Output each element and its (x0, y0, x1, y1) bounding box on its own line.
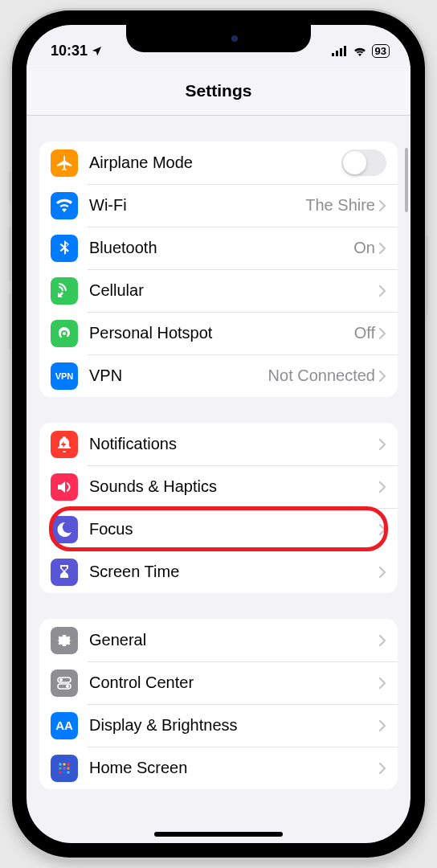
bluetooth-icon (51, 235, 78, 262)
svg-rect-1 (336, 51, 338, 56)
settings-row-wifi[interactable]: Wi-FiThe Shire (39, 184, 398, 227)
nav-header: Settings (27, 65, 410, 116)
row-label: Notifications (89, 435, 378, 453)
airplane-mode-toggle[interactable] (341, 149, 386, 176)
settings-row-sounds-haptics[interactable]: Sounds & Haptics (39, 465, 398, 508)
svg-rect-11 (59, 763, 62, 765)
page-title: Settings (27, 81, 410, 100)
svg-rect-14 (59, 767, 62, 769)
chevron-right-icon (378, 719, 386, 732)
row-label: Focus (89, 520, 378, 538)
chevron-right-icon (378, 762, 386, 775)
row-value: Not Connected (268, 366, 375, 385)
settings-row-screen-time[interactable]: Screen Time (39, 551, 398, 593)
display-icon: AA (51, 712, 78, 739)
row-value: On (353, 239, 375, 257)
row-value: Off (354, 324, 375, 342)
settings-group: GeneralControl CenterAADisplay & Brightn… (39, 619, 398, 789)
chevron-right-icon (378, 523, 386, 536)
svg-rect-0 (332, 53, 334, 56)
chevron-right-icon (378, 327, 386, 340)
settings-row-home-screen[interactable]: Home Screen (39, 747, 398, 789)
settings-row-notifications[interactable]: Notifications (39, 423, 398, 465)
svg-point-6 (59, 678, 63, 682)
location-icon (91, 45, 103, 57)
svg-rect-15 (63, 767, 66, 769)
cellular-icon (51, 277, 78, 305)
chevron-right-icon (378, 242, 386, 255)
svg-rect-18 (63, 771, 66, 773)
volume-down (9, 293, 12, 350)
chevron-right-icon (378, 566, 386, 579)
settings-row-display[interactable]: AADisplay & Brightness (39, 704, 398, 747)
svg-rect-13 (67, 763, 70, 765)
settings-row-bluetooth[interactable]: BluetoothOn (39, 227, 398, 269)
settings-row-control-center[interactable]: Control Center (39, 661, 398, 704)
general-icon (51, 627, 78, 654)
vpn-icon: VPN (51, 362, 78, 390)
mute-switch (9, 171, 12, 203)
scroll-indicator (405, 148, 408, 212)
screen: 10:31 93 Settings Airplane ModeWi-FiThe … (27, 25, 410, 843)
wifi-signal-icon (353, 46, 367, 56)
personal-hotspot-icon (51, 320, 78, 347)
power-button (425, 235, 428, 316)
row-label: VPN (89, 366, 268, 385)
cellular-signal-icon (332, 46, 348, 56)
settings-group: NotificationsSounds & HapticsFocusScreen… (39, 423, 398, 593)
notifications-icon (51, 431, 78, 458)
settings-row-cellular[interactable]: Cellular (39, 269, 398, 312)
focus-icon (51, 516, 78, 543)
row-label: Cellular (89, 281, 378, 300)
svg-text:VPN: VPN (55, 371, 74, 381)
row-label: Display & Brightness (89, 716, 378, 735)
svg-rect-17 (59, 771, 62, 773)
chevron-right-icon (378, 677, 386, 690)
row-label: Bluetooth (89, 239, 353, 257)
settings-row-vpn[interactable]: VPNVPNNot Connected (39, 354, 398, 397)
row-label: General (89, 631, 378, 649)
sounds-haptics-icon (51, 473, 78, 501)
svg-point-8 (66, 685, 69, 688)
svg-rect-16 (67, 767, 70, 769)
wifi-icon (51, 192, 78, 219)
svg-rect-3 (344, 46, 346, 56)
settings-list[interactable]: Airplane ModeWi-FiThe ShireBluetoothOnCe… (27, 116, 410, 843)
device-frame: 10:31 93 Settings Airplane ModeWi-FiThe … (12, 10, 425, 858)
settings-group: Airplane ModeWi-FiThe ShireBluetoothOnCe… (39, 141, 398, 397)
svg-rect-2 (340, 48, 342, 56)
notch (126, 25, 311, 52)
settings-row-airplane-mode[interactable]: Airplane Mode (39, 141, 398, 184)
airplane-mode-icon (51, 149, 78, 177)
home-screen-icon (51, 755, 78, 782)
row-label: Control Center (89, 674, 378, 692)
volume-up (9, 226, 12, 282)
row-label: Airplane Mode (89, 154, 341, 172)
battery-indicator: 93 (372, 44, 390, 58)
screen-time-icon (51, 559, 78, 586)
home-indicator[interactable] (154, 832, 283, 837)
control-center-icon (51, 669, 78, 697)
settings-row-general[interactable]: General (39, 619, 398, 661)
svg-text:AA: AA (55, 719, 73, 732)
svg-rect-19 (67, 771, 70, 773)
row-value: The Shire (305, 196, 375, 215)
chevron-right-icon (378, 199, 386, 212)
chevron-right-icon (378, 438, 386, 451)
row-label: Home Screen (89, 759, 378, 777)
chevron-right-icon (378, 634, 386, 647)
row-label: Wi-Fi (89, 196, 305, 215)
row-label: Screen Time (89, 563, 378, 581)
row-label: Sounds & Haptics (89, 477, 378, 496)
chevron-right-icon (378, 481, 386, 493)
chevron-right-icon (378, 370, 386, 383)
row-label: Personal Hotspot (89, 324, 354, 342)
chevron-right-icon (378, 285, 386, 297)
settings-row-personal-hotspot[interactable]: Personal HotspotOff (39, 312, 398, 354)
status-time: 10:31 (51, 43, 88, 59)
settings-row-focus[interactable]: Focus (39, 508, 398, 551)
svg-rect-12 (63, 763, 66, 765)
